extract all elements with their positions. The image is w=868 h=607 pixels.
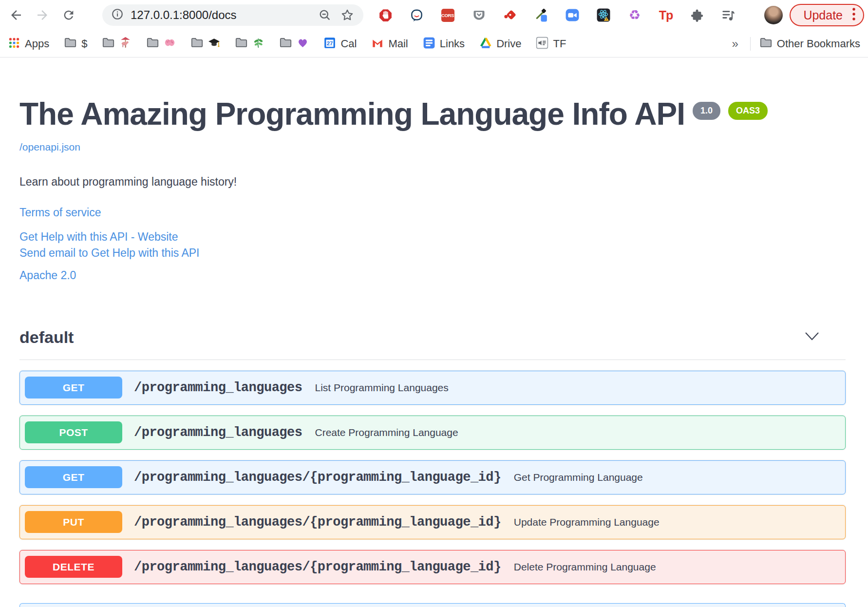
folder-icon [146, 36, 159, 51]
bookmarks-divider [750, 37, 751, 51]
page-info-icon[interactable] [111, 8, 124, 22]
operation-summary: Create Programming Language [315, 427, 458, 438]
url-bar[interactable]: 127.0.0.1:8000/docs [102, 4, 363, 26]
bookmark-links[interactable]: Links [423, 37, 465, 51]
folder-icon [759, 36, 773, 51]
folder-icon [102, 36, 115, 51]
herb-icon [252, 37, 264, 51]
bookmark-star-icon[interactable] [340, 8, 355, 22]
recycle-glyph: ♻ [629, 9, 641, 22]
terms-of-service-link[interactable]: Terms of service [19, 206, 101, 219]
redirect-tool-icon[interactable] [503, 8, 517, 22]
operation-row-get-one[interactable]: GET /programming_languages/{programming_… [19, 460, 846, 494]
bookmark-cal-label: Cal [340, 38, 357, 50]
gmail-icon [371, 37, 384, 51]
purple-heart-icon [297, 37, 309, 51]
swagger-docs: The Amazing Programming Language Info AP… [0, 58, 868, 584]
method-badge: GET [25, 377, 122, 398]
bookmark-folder-heart[interactable] [279, 36, 309, 51]
operation-path: /programming_languages [134, 380, 302, 395]
bookmark-apps-label: Apps [25, 38, 49, 50]
license-link[interactable]: Apache 2.0 [19, 269, 76, 282]
zoom-out-icon[interactable] [318, 8, 332, 22]
page-title: The Amazing Programming Language Info AP… [19, 98, 685, 131]
openapi-json-link[interactable]: /openapi.json [19, 141, 80, 153]
carousel-horse-icon [119, 37, 132, 51]
brain-icon [164, 37, 176, 51]
forward-icon[interactable] [35, 8, 50, 22]
method-badge: DELETE [25, 556, 122, 578]
apps-grid-icon [8, 37, 20, 51]
operation-path: /programming_languages/{programming_lang… [134, 470, 501, 485]
bookmark-dollar-label: $ [81, 38, 87, 50]
cors-label: CORS [441, 9, 454, 22]
operation-summary: List Programming Languages [315, 382, 448, 394]
operation-row-put-update[interactable]: PUT /programming_languages/{programming_… [19, 505, 846, 539]
react-devtools-icon[interactable] [597, 8, 610, 22]
back-icon[interactable] [9, 8, 23, 22]
default-section-header[interactable]: default [19, 328, 846, 360]
bookmarks-bar: Apps $ [0, 30, 868, 57]
bookmark-folder-carousel[interactable] [102, 36, 132, 51]
bookmark-apps[interactable]: Apps [8, 37, 49, 51]
music-queue-icon[interactable] [721, 8, 735, 22]
folder-icon [279, 36, 292, 51]
cors-unblock-icon[interactable]: CORS [441, 8, 454, 22]
bookmark-folder-dollar[interactable]: $ [64, 36, 87, 51]
recycle-icon[interactable]: ♻ [628, 8, 642, 22]
google-calendar-icon: 27 [323, 37, 336, 51]
operation-path: /programming_languages [134, 425, 302, 440]
bookmark-calendar[interactable]: 27 Cal [323, 37, 357, 51]
folder-icon [64, 36, 77, 51]
tf-doc-icon [536, 37, 548, 51]
operation-row-delete[interactable]: DELETE /programming_languages/{programmi… [19, 550, 846, 584]
bookmark-tf-label: TF [553, 38, 566, 50]
other-bookmarks[interactable]: Other Bookmarks [759, 36, 860, 51]
bookmark-links-label: Links [440, 38, 465, 50]
google-drive-icon [479, 37, 492, 51]
textplus-icon[interactable]: Tp [659, 8, 673, 22]
chat-assistant-icon[interactable] [410, 8, 423, 22]
bookmark-folder-brain[interactable] [146, 36, 176, 51]
website-help-link[interactable]: Get Help with this API - Website [19, 229, 178, 245]
update-label: Update [803, 8, 843, 22]
update-button[interactable]: Update [790, 4, 864, 26]
extensions-puzzle-icon[interactable] [690, 8, 704, 22]
bookmark-mail-label: Mail [388, 38, 408, 50]
textplus-label: Tp [659, 8, 673, 22]
email-help-link[interactable]: Send email to Get Help with this API [19, 245, 199, 261]
zoom-meetings-icon[interactable] [566, 8, 579, 22]
calendar-date: 27 [327, 40, 333, 46]
operation-path: /programming_languages/{programming_lang… [134, 515, 501, 530]
operation-row-get-list[interactable]: GET /programming_languages List Programm… [19, 371, 846, 405]
pocket-icon[interactable] [472, 8, 486, 22]
operation-summary: Delete Programming Language [514, 561, 656, 573]
adblock-icon[interactable] [378, 8, 392, 22]
section-title: default [19, 328, 74, 347]
operation-row-post-create[interactable]: POST /programming_languages Create Progr… [19, 416, 846, 450]
folder-icon [190, 36, 204, 51]
bookmark-mail[interactable]: Mail [371, 37, 408, 51]
chevron-down-icon[interactable] [805, 332, 819, 342]
links-list-icon [423, 37, 435, 51]
default-tag-section: default GET /programming_languages List … [19, 328, 846, 584]
bookmark-drive[interactable]: Drive [479, 37, 521, 51]
method-badge: PUT [25, 511, 122, 533]
profile-avatar[interactable] [764, 6, 783, 24]
color-eyedropper-icon[interactable] [534, 8, 548, 22]
other-bookmarks-label: Other Bookmarks [777, 38, 860, 50]
bookmark-drive-label: Drive [496, 38, 521, 50]
bookmark-tf[interactable]: TF [536, 37, 566, 51]
method-badge: POST [25, 421, 122, 443]
browser-toolbar: 127.0.0.1:8000/docs [0, 0, 868, 30]
reload-icon[interactable] [61, 8, 76, 22]
api-description: Learn about programming language history… [19, 175, 846, 189]
next-operation-row-partial[interactable] [19, 603, 846, 607]
oas3-badge: OAS3 [728, 102, 768, 120]
url-text[interactable]: 127.0.0.1:8000/docs [131, 8, 237, 22]
bookmark-folder-herb[interactable] [235, 36, 264, 51]
bookmark-folder-graduation[interactable] [190, 36, 220, 51]
kebab-menu-icon[interactable] [851, 6, 856, 24]
graduation-cap-icon [208, 37, 220, 51]
bookmarks-overflow-icon[interactable]: » [729, 37, 741, 51]
